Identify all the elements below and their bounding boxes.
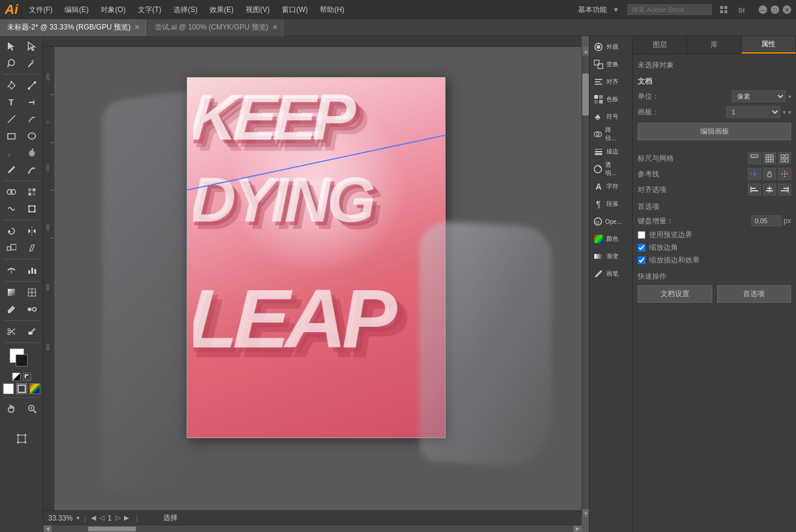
scale-tool[interactable] [2, 240, 21, 256]
guides-show-button[interactable] [748, 168, 761, 180]
menu-object[interactable]: 对象(O) [97, 2, 129, 17]
selection-tool[interactable] [2, 39, 21, 54]
gradient-tool[interactable] [2, 285, 21, 300]
width-tool[interactable] [2, 262, 21, 278]
guides-lock-button[interactable] [763, 168, 776, 180]
warp-tool[interactable] [2, 201, 21, 217]
scale-stroke-checkbox[interactable] [638, 256, 645, 264]
gradient-indicator[interactable] [30, 383, 40, 394]
swap-colors[interactable] [12, 373, 20, 381]
tab-close-0[interactable]: ✕ [134, 23, 140, 31]
color-panel[interactable]: 颜色 [591, 230, 622, 247]
grid-button[interactable] [763, 152, 776, 164]
st-icon[interactable]: St [737, 5, 747, 14]
menu-select[interactable]: 选择(S) [170, 2, 201, 17]
zoom-tool[interactable] [22, 401, 42, 416]
scroll-right-arrow[interactable]: ▶ [573, 525, 582, 533]
tab-1[interactable]: 尝试.ai @ 100% (CMYK/GPU 预览) ✕ [148, 19, 285, 36]
type-tool[interactable]: T [2, 94, 21, 110]
shear-tool[interactable] [22, 240, 42, 256]
gradient-panel[interactable]: 渐变 [591, 248, 622, 265]
minimize-button[interactable]: — [759, 5, 767, 14]
eraser-tool[interactable] [22, 324, 42, 339]
stroke-panel[interactable]: 描边 [591, 143, 622, 160]
workspace-dropdown-icon[interactable]: ▾ [614, 5, 618, 14]
menu-text[interactable]: 文字(T) [134, 2, 165, 17]
lasso-tool[interactable] [2, 55, 21, 71]
reflect-tool[interactable] [22, 223, 42, 239]
menu-window[interactable]: 窗口(W) [278, 2, 311, 17]
pen-tool[interactable] [2, 78, 21, 93]
menu-view[interactable]: 视图(V) [242, 2, 273, 17]
ellipse-tool[interactable] [22, 128, 42, 144]
scroll-down-arrow[interactable]: ▼ [582, 509, 589, 518]
canvas-content[interactable]: KEEP DYING LEAP [54, 47, 582, 525]
page-next-arrow[interactable]: ▷ [116, 514, 120, 522]
column-graph-tool[interactable] [22, 262, 42, 278]
reset-colors[interactable] [23, 373, 31, 381]
blend-tool[interactable] [22, 302, 42, 317]
scissors-tool[interactable] [2, 324, 21, 339]
rotate-tool[interactable] [2, 223, 21, 239]
rectangle-tool[interactable] [2, 128, 21, 144]
artwork-document[interactable]: KEEP DYING LEAP [187, 77, 446, 438]
doc-settings-button[interactable]: 文档设置 [638, 285, 712, 303]
paragraph-panel[interactable]: ¶ 段落 [591, 196, 622, 212]
libraries-tab[interactable]: 库 [687, 36, 741, 54]
pathfinder-panel[interactable]: 路径... [591, 126, 622, 143]
menu-edit[interactable]: 编辑(E) [61, 2, 92, 17]
arc-tool[interactable] [22, 111, 42, 127]
align-right-button[interactable] [778, 184, 791, 196]
preferences-button[interactable]: 首选项 [717, 285, 792, 303]
paintbrush-tool[interactable] [2, 145, 21, 161]
appearance-panel[interactable]: 外观 [591, 39, 622, 55]
maximize-button[interactable]: □ [771, 5, 779, 14]
hand-tool[interactable] [2, 401, 21, 416]
v-scrollbar[interactable]: ▲ ▼ [582, 47, 589, 518]
menu-effect[interactable]: 效果(E) [206, 2, 237, 17]
zoom-dropdown-icon[interactable]: ▾ [76, 515, 79, 521]
ruler-button[interactable] [748, 152, 761, 164]
align-center-button[interactable] [763, 184, 776, 196]
magic-wand-tool[interactable] [22, 55, 42, 71]
search-input[interactable] [627, 4, 712, 15]
opentype-panel[interactable]: O Ope... [591, 213, 622, 230]
page-prev-arrow[interactable]: ◀ [91, 514, 96, 522]
layers-tab[interactable]: 图层 [633, 36, 687, 54]
h-scrollbar[interactable]: ◀ ▶ [43, 525, 582, 532]
artboard-tool[interactable] [12, 431, 31, 447]
transparency-panel[interactable]: 透明... [591, 161, 622, 178]
tab-0[interactable]: 未标题-2* @ 33.33% (RGB/GPU 预览) ✕ [0, 19, 148, 36]
fill-indicator[interactable] [3, 383, 14, 394]
character-panel[interactable]: A 字符 [591, 178, 622, 195]
edit-artboard-button[interactable]: 编辑画板 [638, 123, 791, 140]
scroll-thumb[interactable] [582, 73, 589, 116]
unit-select[interactable]: 像素 [732, 90, 786, 102]
properties-tab[interactable]: 属性 [742, 36, 796, 54]
page-prev-arrow2[interactable]: ◁ [99, 514, 104, 522]
stroke-indicator[interactable] [16, 383, 27, 394]
scroll-up-arrow[interactable]: ▲ [582, 47, 589, 55]
tab-close-1[interactable]: ✕ [272, 23, 278, 31]
free-transform-tool[interactable] [22, 201, 42, 217]
align-panel[interactable]: 对齐 [591, 73, 622, 90]
background-color[interactable] [16, 354, 28, 367]
pixel-grid-button[interactable] [778, 152, 791, 164]
swatches-panel[interactable]: 色板 [591, 91, 622, 108]
pencil-tool[interactable] [2, 162, 21, 178]
scale-corners-checkbox[interactable] [638, 244, 645, 252]
transform-panel[interactable]: 变换 [591, 56, 622, 73]
shape-builder-tool[interactable] [2, 184, 21, 200]
smooth-tool[interactable] [22, 162, 42, 178]
line-tool[interactable] [2, 111, 21, 127]
h-scroll-thumb[interactable] [88, 527, 136, 531]
scroll-left-arrow[interactable]: ◀ [43, 525, 52, 533]
symbols-panel[interactable]: ♣ 符号 [591, 108, 622, 125]
menu-help[interactable]: 帮助(H) [316, 2, 348, 17]
brushes-panel[interactable]: 画笔 [591, 265, 622, 282]
direct-selection-tool[interactable] [22, 39, 42, 54]
blob-brush-tool[interactable] [22, 145, 42, 161]
br-icon[interactable] [719, 5, 729, 14]
use-preview-bounds-checkbox[interactable] [638, 231, 645, 239]
close-button[interactable]: ✕ [783, 5, 791, 14]
